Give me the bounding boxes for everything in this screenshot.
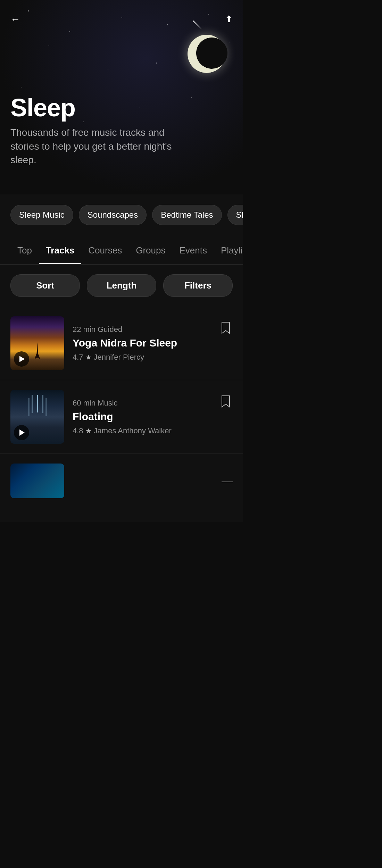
bookmark-icon <box>221 395 230 408</box>
navigation-bar: ← ⬆ <box>0 0 243 32</box>
minus-icon: — <box>222 475 233 487</box>
track-title[interactable]: Yoga Nidra For Sleep <box>73 337 210 349</box>
sort-button[interactable]: Sort <box>10 274 80 297</box>
play-icon <box>19 429 25 436</box>
track-info: 22 min Guided Yoga Nidra For Sleep 4.7 ★… <box>73 325 210 362</box>
tab-courses[interactable]: Courses <box>81 235 129 264</box>
play-icon <box>19 356 25 362</box>
pill-bedtime-tales[interactable]: Bedtime Tales <box>152 205 222 225</box>
star-icon: ★ <box>85 427 92 435</box>
share-button[interactable]: ⬆ <box>225 14 233 25</box>
bookmark-icon <box>221 322 230 334</box>
bookmark-button[interactable] <box>219 319 233 336</box>
track-thumbnail <box>10 316 64 370</box>
tab-top[interactable]: Top <box>10 235 39 264</box>
tab-events[interactable]: Events <box>172 235 214 264</box>
category-pills-row: Sleep Music Soundscapes Bedtime Tales Sl… <box>0 194 243 235</box>
track-info: 60 min Music Floating 4.8 ★ James Anthon… <box>73 399 210 435</box>
back-button[interactable]: ← <box>10 15 20 24</box>
track-thumbnail-partial <box>10 464 64 498</box>
track-item: 22 min Guided Yoga Nidra For Sleep 4.7 ★… <box>0 307 243 380</box>
tab-groups[interactable]: Groups <box>129 235 172 264</box>
track-item-partial: — <box>0 454 243 508</box>
pill-sleep-music[interactable]: Sleep Music <box>10 205 73 225</box>
star-icon: ★ <box>85 353 92 361</box>
moon-icon <box>188 35 226 73</box>
page-title: Sleep <box>10 95 233 120</box>
tab-playlists[interactable]: Playlists <box>214 235 243 264</box>
pill-sleep-stories[interactable]: Sleep Stories <box>227 205 243 225</box>
hero-section: ← ⬆ Sleep Thousands of free music tracks… <box>0 0 243 194</box>
track-meta: 60 min Music <box>73 399 210 408</box>
track-rating: 4.8 ★ James Anthony Walker <box>73 426 210 435</box>
tab-tracks[interactable]: Tracks <box>39 235 81 264</box>
track-thumbnail <box>10 390 64 444</box>
track-item: 60 min Music Floating 4.8 ★ James Anthon… <box>0 380 243 454</box>
track-list: 22 min Guided Yoga Nidra For Sleep 4.7 ★… <box>0 307 243 522</box>
track-meta: 22 min Guided <box>73 325 210 334</box>
play-button[interactable] <box>14 425 29 440</box>
play-button[interactable] <box>14 351 29 367</box>
length-button[interactable]: Length <box>87 274 156 297</box>
track-rating: 4.7 ★ Jennifer Piercy <box>73 353 210 362</box>
hero-description: Thousands of free music tracks and stori… <box>10 126 191 167</box>
hero-content: Sleep Thousands of free music tracks and… <box>10 95 233 167</box>
filters-button[interactable]: Filters <box>163 274 233 297</box>
pill-soundscapes[interactable]: Soundscapes <box>79 205 147 225</box>
filter-row: Sort Length Filters <box>0 265 243 307</box>
tabs-bar: Top Tracks Courses Groups Events Playlis… <box>0 235 243 265</box>
track-title[interactable]: Floating <box>73 410 210 423</box>
bookmark-button[interactable] <box>219 393 233 410</box>
